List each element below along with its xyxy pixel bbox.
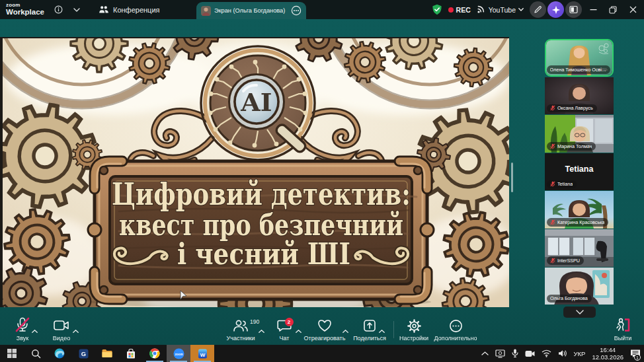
- meeting-toolbar: Звук Видео Уч: [0, 317, 644, 345]
- participants-label: Участники: [227, 335, 255, 342]
- pencil-icon: [534, 5, 542, 14]
- chevron-down-icon: [576, 310, 584, 314]
- leave-label: Выйти: [614, 335, 632, 342]
- taskbar-chrome-button[interactable]: [143, 345, 167, 362]
- leave-button[interactable]: Выйти: [608, 317, 637, 342]
- muted-mic-icon: [550, 143, 555, 149]
- participant-name: Оксана Лаврусь: [557, 105, 593, 111]
- minimize-button[interactable]: [583, 0, 603, 19]
- video-label: Видео: [53, 335, 70, 342]
- react-options-caret[interactable]: [342, 324, 348, 336]
- participant-tile-kateryna[interactable]: Катерина Красовська: [545, 191, 614, 229]
- chevron-down-icon[interactable]: [68, 1, 85, 19]
- taskbar-search-button[interactable]: [24, 345, 48, 362]
- muted-mic-icon: [550, 258, 555, 264]
- audio-options-caret[interactable]: [32, 324, 38, 336]
- tray-volume-icon[interactable]: [555, 345, 571, 362]
- recording-indicator: REC: [448, 6, 471, 14]
- restore-button[interactable]: [603, 0, 623, 19]
- muted-mic-icon: [550, 105, 555, 111]
- participant-tile-maryna[interactable]: Марина Толмач: [545, 115, 614, 153]
- zoom-workplace-logo: zoom Workplace: [6, 3, 50, 17]
- slide-ai-badge: AI: [240, 87, 272, 117]
- tab-screen-share[interactable]: Экран (Ольга Богданова): [196, 2, 306, 19]
- heart-icon: [317, 319, 332, 332]
- toolbar-divider: [393, 321, 394, 338]
- video-options-caret[interactable]: [73, 324, 79, 336]
- share-screen-icon: [363, 319, 376, 332]
- collapse-filmstrip-button[interactable]: [563, 307, 596, 318]
- tray-display-icon[interactable]: [492, 345, 508, 362]
- windows-logo-icon: [7, 349, 17, 358]
- chat-label: Чат: [280, 335, 290, 342]
- participant-tile-olha[interactable]: Ольга Богданова: [545, 268, 614, 305]
- brand-workplace: Workplace: [6, 9, 50, 17]
- svg-text:zoom: zoom: [175, 352, 182, 355]
- close-button[interactable]: [623, 0, 643, 19]
- annotate-button[interactable]: [530, 1, 546, 18]
- chat-options-caret[interactable]: [296, 324, 302, 336]
- leave-icon: [615, 317, 631, 333]
- taskbar-zoom-button[interactable]: zoom: [167, 345, 190, 362]
- react-button[interactable]: Отреагировать: [303, 317, 346, 342]
- info-icon[interactable]: [50, 1, 67, 19]
- tab-screen-share-label: Экран (Ольга Богданова): [214, 7, 288, 14]
- broadcast-icon: [477, 5, 486, 14]
- search-icon: [31, 349, 41, 359]
- svg-text:W: W: [200, 351, 205, 357]
- tray-show-hidden-icons[interactable]: [478, 345, 492, 362]
- participant-tile-oksana[interactable]: Оксана Лаврусь: [545, 77, 614, 115]
- participant-tile-olena[interactable]: ‹НУШ› Олена Тимошенко Осві…: [545, 39, 614, 77]
- mic-muted-icon: [15, 317, 30, 333]
- tab-conference[interactable]: Конференция: [92, 1, 166, 19]
- muted-mic-icon: [550, 181, 555, 187]
- brand-zoom: zoom: [6, 3, 50, 8]
- participants-button[interactable]: Участники 190: [222, 317, 259, 342]
- start-button[interactable]: [0, 345, 24, 362]
- participants-filmstrip: ‹НУШ› Олена Тимошенко Осві…: [545, 39, 614, 305]
- title-bar: zoom Workplace Конференция Экран (Ольга …: [0, 0, 644, 19]
- more-label: Дополнительно: [434, 335, 477, 342]
- taskbar-store-button[interactable]: [119, 345, 143, 362]
- participant-name-pill: Марина Толмач: [547, 142, 596, 151]
- chat-button[interactable]: 2 Чат: [272, 317, 296, 342]
- security-shield-icon[interactable]: [432, 4, 442, 15]
- ai-companion-button[interactable]: [547, 1, 564, 18]
- tray-camera-icon[interactable]: [522, 345, 538, 362]
- taskbar-edge-button[interactable]: [48, 345, 71, 362]
- taskbar-word-button[interactable]: W: [190, 345, 214, 362]
- youtube-stream-menu[interactable]: YouTube: [477, 5, 524, 14]
- tray-action-center[interactable]: 1: [627, 345, 644, 362]
- share-label: Поделиться: [353, 335, 386, 342]
- settings-label: Настройки: [399, 335, 428, 342]
- participant-name-pill: Оксана Лаврусь: [547, 104, 597, 113]
- camera-icon: [54, 320, 69, 332]
- filmstrip-scrollbar[interactable]: [511, 163, 513, 192]
- taskbar-g-app-button[interactable]: G: [71, 345, 95, 362]
- layout-icon: [569, 5, 578, 14]
- taskbar-explorer-button[interactable]: [95, 345, 119, 362]
- tray-language-indicator[interactable]: УКР: [571, 345, 589, 362]
- participant-name-pill: InterSSPU: [547, 256, 584, 265]
- view-layout-button[interactable]: [565, 1, 582, 18]
- tray-time: 16:44: [592, 346, 624, 353]
- participant-name: Олена Тимошенко Осві…: [550, 67, 606, 73]
- muted-mic-icon: [550, 219, 555, 225]
- more-button[interactable]: Дополнительно: [431, 317, 480, 342]
- tray-clock[interactable]: 16:4412.03.2026: [588, 345, 627, 362]
- zoom-app-icon: zoom: [173, 348, 184, 359]
- share-options-caret[interactable]: [379, 324, 385, 336]
- tray-wifi-icon[interactable]: [538, 345, 555, 362]
- participant-tile-intersspu[interactable]: InterSSPU: [545, 229, 614, 267]
- shared-screen: AI: [0, 37, 509, 307]
- tab-conference-label: Конференция: [113, 6, 159, 14]
- react-label: Отреагировать: [304, 335, 346, 342]
- participant-tile-tetiana[interactable]: Tetiana Tetiana: [545, 153, 614, 191]
- settings-button[interactable]: Настройки: [397, 317, 431, 342]
- tray-mic-icon[interactable]: [508, 345, 522, 362]
- participants-options-caret[interactable]: [259, 324, 264, 336]
- tab-options-icon[interactable]: [291, 5, 302, 16]
- chat-unread-badge: 2: [285, 318, 294, 326]
- people-icon: [99, 5, 109, 14]
- participant-name-pill: Tetiana: [547, 180, 577, 189]
